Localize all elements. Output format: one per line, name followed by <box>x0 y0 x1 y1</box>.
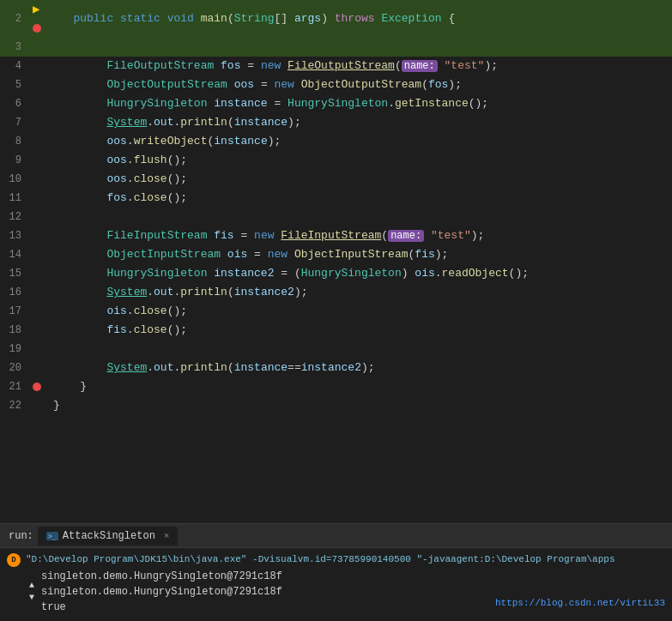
line-number: 10 <box>0 170 30 189</box>
run-label: run: <box>9 530 33 542</box>
gutter-12 <box>30 208 49 226</box>
line-number: 17 <box>0 302 30 321</box>
table-row: 18 fis.close(); <box>0 321 672 340</box>
code-line-2: public static void main(String[] args) t… <box>49 0 672 38</box>
gutter-2: ▶ <box>30 0 49 38</box>
code-line-10: oos.close(); <box>49 170 672 189</box>
table-row: 4 FileOutputStream fos = new FileOutputS… <box>0 57 672 75</box>
breakpoint-icon[interactable] <box>33 24 41 33</box>
table-row: 7 System.out.println(instance); <box>0 113 672 132</box>
table-row: 13 FileInputStream fis = new FileInputSt… <box>0 226 672 245</box>
line-number: 6 <box>0 94 30 113</box>
tab-close-button[interactable]: × <box>164 531 170 541</box>
gutter-17 <box>30 302 49 321</box>
table-row: 22 } <box>0 396 672 415</box>
code-table: 2 ▶ public static void main(String[] arg… <box>0 0 672 415</box>
gutter-4 <box>30 57 49 75</box>
gutter-15 <box>30 264 49 283</box>
gutter-3 <box>30 38 49 57</box>
console-tab-icon: >_ <box>46 532 58 540</box>
line-number: 5 <box>0 75 30 94</box>
gutter-18 <box>30 321 49 340</box>
code-line-14: ObjectInputStream ois = new ObjectInputS… <box>49 245 672 264</box>
console-output-line-3: true <box>41 600 282 615</box>
table-row: 12 <box>0 208 672 226</box>
code-editor: 2 ▶ public static void main(String[] arg… <box>0 0 672 523</box>
table-row: 16 System.out.println(instance2); <box>0 283 672 302</box>
table-row: 10 oos.close(); <box>0 170 672 189</box>
table-row: 2 ▶ public static void main(String[] arg… <box>0 0 672 38</box>
code-line-9: oos.flush(); <box>49 151 672 170</box>
gutter-16 <box>30 283 49 302</box>
table-row: 21 } <box>0 377 672 396</box>
gutter-22 <box>30 396 49 415</box>
console-command-line: "D:\Develop Program\JDK15\bin\java.exe" … <box>26 552 665 567</box>
gutter-9 <box>30 151 49 170</box>
console-output: D "D:\Develop Program\JDK15\bin\java.exe… <box>0 547 672 621</box>
code-line-18: fis.close(); <box>49 321 672 340</box>
code-line-6: HungrySingleton instance = HungrySinglet… <box>49 94 672 113</box>
debug-arrow-icon: ▶ <box>33 0 39 19</box>
code-line-13: FileInputStream fis = new FileInputStrea… <box>49 226 672 245</box>
console-nav-arrows: ▲ ▼ <box>26 579 38 605</box>
line-number: 15 <box>0 264 30 283</box>
gutter-14 <box>30 245 49 264</box>
arrow-down-icon[interactable]: ▼ <box>29 593 34 603</box>
line-number: 3 <box>0 38 30 57</box>
code-line-12 <box>49 208 672 226</box>
line-number: 11 <box>0 189 30 208</box>
svg-text:>_: >_ <box>48 533 57 540</box>
line-number: 18 <box>0 321 30 340</box>
table-row: 3 <box>0 38 672 57</box>
gutter-5 <box>30 75 49 94</box>
gutter-21 <box>30 377 49 396</box>
debug-person-icon: D <box>7 553 21 567</box>
tab-attack-singleton[interactable]: >_ AttackSingleton × <box>38 527 179 546</box>
breakpoint-icon-21[interactable] <box>33 383 41 391</box>
code-line-21: } <box>49 377 672 396</box>
gutter-10 <box>30 170 49 189</box>
line-number: 2 <box>0 0 30 38</box>
line-number: 9 <box>0 151 30 170</box>
line-number: 4 <box>0 57 30 75</box>
line-number: 8 <box>0 132 30 151</box>
table-row: 19 <box>0 340 672 359</box>
line-number: 20 <box>0 359 30 377</box>
tab-label: AttackSingleton <box>63 530 155 542</box>
console-output-line-1: singleton.demo.HungrySingleton@7291c18f <box>41 569 282 584</box>
table-row: 5 ObjectOutputStream oos = new ObjectOut… <box>0 75 672 94</box>
table-row: 6 HungrySingleton instance = HungrySingl… <box>0 94 672 113</box>
code-line-22: } <box>49 396 672 415</box>
console-output-line-2: singleton.demo.HungrySingleton@7291c18f <box>41 584 282 600</box>
code-line-11: fos.close(); <box>49 189 672 208</box>
bottom-tabs-bar: run: >_ AttackSingleton × <box>0 523 672 547</box>
code-line-4: FileOutputStream fos = new FileOutputStr… <box>49 57 672 75</box>
table-row: 17 ois.close(); <box>0 302 672 321</box>
code-line-20: System.out.println(instance==instance2); <box>49 359 672 377</box>
table-row: 8 oos.writeObject(instance); <box>0 132 672 151</box>
code-line-3 <box>49 38 672 57</box>
line-number: 21 <box>0 377 30 396</box>
code-line-5: ObjectOutputStream oos = new ObjectOutpu… <box>49 75 672 94</box>
code-line-17: ois.close(); <box>49 302 672 321</box>
table-row: 9 oos.flush(); <box>0 151 672 170</box>
gutter-11 <box>30 189 49 208</box>
gutter-20 <box>30 359 49 377</box>
gutter-19 <box>30 340 49 359</box>
line-number: 7 <box>0 113 30 132</box>
line-number: 14 <box>0 245 30 264</box>
run-indicator: run: <box>4 530 38 542</box>
gutter-8 <box>30 132 49 151</box>
table-row: 15 HungrySingleton instance2 = (HungrySi… <box>0 264 672 283</box>
code-line-15: HungrySingleton instance2 = (HungrySingl… <box>49 264 672 283</box>
arrow-up-icon[interactable]: ▲ <box>29 581 34 591</box>
code-line-19 <box>49 340 672 359</box>
gutter-7 <box>30 113 49 132</box>
table-row: 20 System.out.println(instance==instance… <box>0 359 672 377</box>
code-line-8: oos.writeObject(instance); <box>49 132 672 151</box>
line-number: 22 <box>0 396 30 415</box>
table-row: 14 ObjectInputStream ois = new ObjectInp… <box>0 245 672 264</box>
code-line-16: System.out.println(instance2); <box>49 283 672 302</box>
line-number: 13 <box>0 226 30 245</box>
code-line-7: System.out.println(instance); <box>49 113 672 132</box>
